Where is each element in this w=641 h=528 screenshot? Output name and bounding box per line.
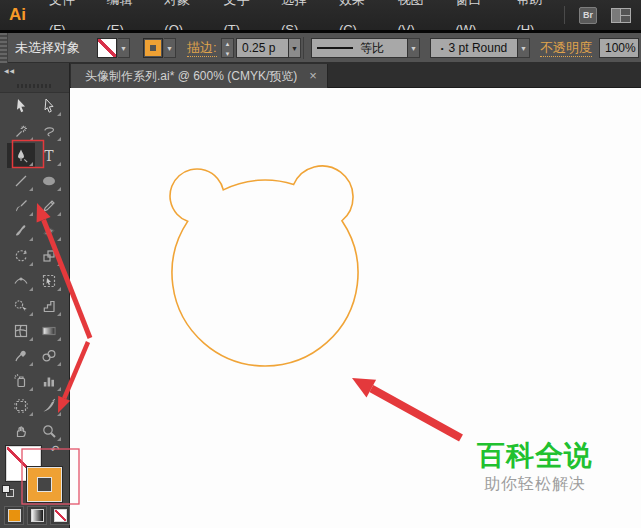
swap-fill-stroke-icon[interactable]: ↷	[50, 443, 59, 456]
document-tab-title: 头像制作系列.ai* @ 600% (CMYK/预览)	[85, 68, 297, 85]
profile-dropdown-icon[interactable]: ▼	[408, 38, 420, 58]
stroke-weight-field[interactable]: 0.25 p	[236, 38, 289, 58]
brush-select[interactable]: • 3 pt Round	[430, 38, 518, 58]
eyedropper-tool[interactable]	[7, 343, 35, 368]
control-bar-divider	[303, 37, 304, 59]
gradient-button[interactable]	[27, 506, 47, 525]
blend-tool[interactable]	[35, 343, 63, 368]
profile-value: 等比	[360, 40, 384, 57]
menubar-divider	[564, 6, 565, 24]
magic-wand-tool[interactable]	[7, 118, 35, 143]
stroke-swatch-orange[interactable]	[27, 467, 62, 502]
pen-tool[interactable]	[7, 143, 35, 168]
selection-status: 未选择对象	[15, 33, 80, 63]
tools-panel-header: ◀◀	[0, 63, 69, 93]
line-segment-tool[interactable]	[7, 168, 35, 193]
stroke-color-swatch[interactable]	[143, 38, 163, 58]
stroke-profile-select[interactable]: 等比	[311, 38, 408, 58]
fill-color-swatch[interactable]	[97, 38, 117, 58]
direct-selection-tool[interactable]	[35, 93, 63, 118]
stroke-weight-dropdown-icon[interactable]: ▼	[289, 38, 301, 58]
rotate-tool[interactable]	[7, 243, 35, 268]
zoom-tool[interactable]	[35, 418, 63, 443]
opacity-label[interactable]: 不透明度	[540, 33, 592, 57]
stroke-weight-label[interactable]: 描边:	[187, 33, 217, 57]
bear-head-outline-path[interactable]	[170, 166, 358, 366]
brush-thumbnail-icon: •	[441, 44, 444, 53]
watermark-title: 百科全说	[477, 437, 593, 475]
bridge-button[interactable]: Br	[579, 7, 597, 24]
paintbrush-tool[interactable]	[7, 193, 35, 218]
tool-grid: T	[7, 93, 63, 443]
pencil-tool[interactable]	[35, 193, 63, 218]
artboard-canvas[interactable]: 百科全说 助你轻松解决	[70, 88, 641, 528]
eraser-tool[interactable]	[35, 218, 63, 243]
scale-tool[interactable]	[35, 243, 63, 268]
brush-dropdown-icon[interactable]: ▼	[518, 38, 530, 58]
column-graph-tool[interactable]	[35, 368, 63, 393]
fill-stroke-controls: ↷	[0, 443, 70, 528]
mesh-tool[interactable]	[7, 318, 35, 343]
blob-brush-tool[interactable]	[7, 218, 35, 243]
fill-dropdown-arrow-icon[interactable]: ▼	[118, 38, 130, 58]
control-bar: 未选择对象 ▼ ▼ 描边: ▲ ▼ 0.25 p ▼ 等比 ▼ • 3 pt R…	[0, 33, 641, 63]
gradient-tool[interactable]	[35, 318, 63, 343]
menu-bar: Ai 文件(F) 编辑(E) 对象(O) 文字(T) 选择(S) 效果(C) 视…	[0, 0, 641, 30]
artboard-tool[interactable]	[7, 393, 35, 418]
stroke-dropdown-arrow-icon[interactable]: ▼	[164, 38, 176, 58]
hand-tool[interactable]	[7, 418, 35, 443]
stepper-up-icon[interactable]: ▲	[222, 39, 233, 49]
tab-close-icon[interactable]: ×	[309, 65, 317, 87]
collapse-panel-icon[interactable]: ◀◀	[4, 67, 15, 74]
control-bar-grip[interactable]	[0, 33, 8, 63]
brush-value: 3 pt Round	[449, 41, 508, 55]
ellipse-tool[interactable]	[35, 168, 63, 193]
lasso-tool[interactable]	[35, 118, 63, 143]
profile-line-icon	[317, 47, 353, 49]
stroke-weight-stepper[interactable]: ▲ ▼	[221, 38, 234, 58]
svg-text:T: T	[44, 148, 54, 164]
workspace-layout-icon[interactable]	[611, 8, 631, 23]
color-button[interactable]	[4, 506, 24, 525]
symbol-sprayer-tool[interactable]	[7, 368, 35, 393]
type-tool[interactable]: T	[35, 143, 63, 168]
default-fill-stroke-icon[interactable]	[2, 485, 14, 497]
panel-grip[interactable]	[17, 84, 53, 88]
slice-tool[interactable]	[35, 393, 63, 418]
illustrator-logo-icon: Ai	[0, 5, 38, 25]
document-tab-bar: 头像制作系列.ai* @ 600% (CMYK/预览) ×	[70, 63, 641, 88]
none-button[interactable]	[50, 506, 70, 525]
document-tab[interactable]: 头像制作系列.ai* @ 600% (CMYK/预览) ×	[71, 64, 328, 88]
watermark-subtitle: 助你轻松解决	[484, 474, 586, 495]
selection-tool[interactable]	[7, 93, 35, 118]
free-transform-tool[interactable]	[35, 268, 63, 293]
tools-panel: ◀◀ T	[0, 63, 70, 528]
shape-builder-tool[interactable]	[7, 293, 35, 318]
perspective-grid-tool[interactable]	[35, 293, 63, 318]
stepper-down-icon[interactable]: ▼	[222, 49, 233, 59]
width-tool[interactable]	[7, 268, 35, 293]
opacity-field[interactable]: 100%	[599, 38, 639, 58]
